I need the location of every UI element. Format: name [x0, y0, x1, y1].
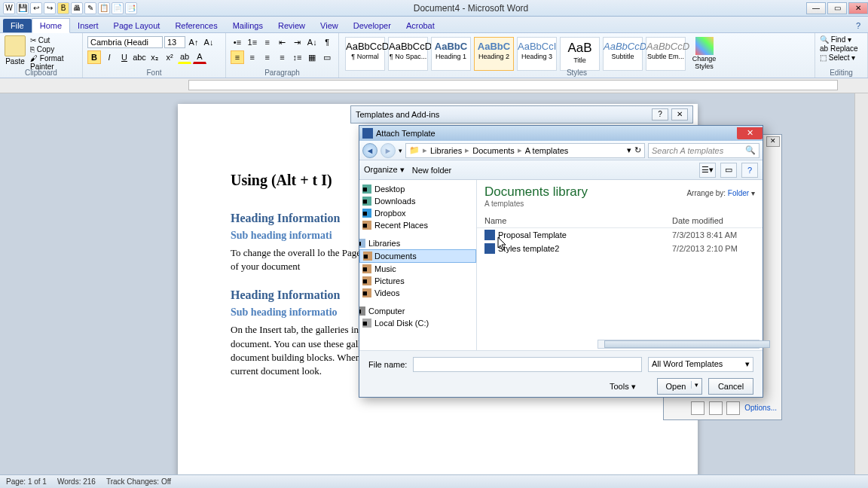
font-size-combo[interactable]: 13: [164, 36, 185, 48]
indent-dec-icon[interactable]: ⇤: [276, 35, 289, 49]
status-page[interactable]: Page: 1 of 1: [6, 477, 47, 486]
find-button[interactable]: 🔍 Find ▾: [820, 35, 863, 44]
style-heading-2[interactable]: AaBbCHeading 2: [474, 37, 514, 71]
organize-button[interactable]: Organize ▾: [364, 165, 405, 175]
strike-button[interactable]: abc: [133, 50, 146, 64]
file-type-combo[interactable]: All Word Templates ▾: [648, 357, 753, 372]
templates-help-button[interactable]: ?: [652, 108, 668, 120]
multilevel-icon[interactable]: ≡: [261, 35, 274, 49]
paste-button[interactable]: Paste: [5, 35, 26, 72]
crumb-atemplates[interactable]: A templates: [525, 146, 568, 155]
tab-acrobat[interactable]: Acrobat: [399, 19, 442, 32]
sort-icon[interactable]: A↓: [305, 35, 319, 49]
options-link[interactable]: Options...: [744, 404, 777, 412]
undo-icon[interactable]: ↩: [30, 2, 42, 14]
style-no-spacing[interactable]: AaBbCcD¶ No Spac...: [388, 37, 428, 71]
refresh-icon[interactable]: ↻: [634, 145, 641, 155]
horizontal-scrollbar[interactable]: [598, 340, 760, 350]
tab-view[interactable]: View: [313, 19, 346, 32]
tree-local-disk[interactable]: ■Local Disk (C:): [359, 317, 476, 329]
indent-inc-icon[interactable]: ⇥: [290, 35, 304, 49]
help-button[interactable]: ?: [741, 163, 758, 178]
shading-icon[interactable]: ▦: [305, 50, 319, 64]
tab-file[interactable]: File: [3, 19, 32, 32]
bullets-icon[interactable]: •≡: [231, 35, 244, 49]
qat-icon-6[interactable]: ✎: [84, 2, 96, 14]
subscript-button[interactable]: x₂: [148, 50, 161, 64]
cut-button[interactable]: ✂ Cut: [30, 36, 78, 44]
borders-icon[interactable]: ▭: [320, 50, 334, 64]
option-icon-1[interactable]: [691, 401, 704, 415]
bold-icon[interactable]: B: [57, 2, 69, 14]
arrange-by[interactable]: Arrange by: Folder ▾: [686, 189, 755, 197]
col-date[interactable]: Date modified: [672, 216, 755, 225]
crumb-dropdown-icon[interactable]: ▾: [627, 145, 631, 155]
breadcrumb[interactable]: 📁 ▸ Libraries ▸ Documents ▸ A templates …: [405, 143, 645, 158]
italic-button[interactable]: I: [102, 50, 116, 64]
view-mode-button[interactable]: ☰▾: [699, 163, 716, 178]
copy-button[interactable]: ⎘ Copy: [30, 45, 78, 53]
show-marks-icon[interactable]: ¶: [320, 35, 334, 49]
style-subtle-em[interactable]: AaBbCcDSubtle Em...: [646, 37, 686, 71]
style-heading-1[interactable]: AaBbCHeading 1: [431, 37, 471, 71]
file-row-1[interactable]: Styles template2 7/2/2013 2:10 PM: [477, 242, 763, 255]
attach-close-button[interactable]: ✕: [737, 127, 763, 139]
help-icon[interactable]: ?: [848, 19, 868, 32]
col-name[interactable]: Name: [484, 216, 672, 225]
line-spacing-icon[interactable]: ↕≡: [290, 50, 304, 64]
templates-close-button[interactable]: ✕: [671, 108, 688, 120]
qat-icon-7[interactable]: 📋: [98, 2, 110, 14]
cancel-button[interactable]: Cancel: [708, 378, 753, 395]
open-button[interactable]: Open: [657, 378, 702, 395]
style-title[interactable]: AaBTitle: [560, 37, 600, 71]
tree-documents[interactable]: ■Documents: [359, 249, 476, 263]
preview-pane-button[interactable]: ▭: [720, 163, 737, 178]
highlight-button[interactable]: ab: [178, 50, 191, 64]
tree-libraries[interactable]: ■Libraries: [359, 237, 476, 249]
style-heading-3[interactable]: AaBbCcIHeading 3: [517, 37, 557, 71]
align-right-icon[interactable]: ≡: [261, 50, 274, 64]
file-row-0[interactable]: Proposal Template 7/3/2013 8:41 AM: [477, 228, 763, 242]
new-folder-button[interactable]: New folder: [412, 166, 452, 175]
option-icon-3[interactable]: [726, 401, 740, 415]
tab-home[interactable]: Home: [32, 18, 70, 33]
tree-music[interactable]: ■Music: [359, 263, 476, 275]
tree-computer[interactable]: ■Computer: [359, 305, 476, 317]
grow-font-icon[interactable]: A↑: [187, 35, 200, 49]
chevron-down-icon[interactable]: ▾: [399, 147, 402, 154]
font-name-combo[interactable]: Cambria (Headi: [87, 36, 163, 48]
tab-mailings[interactable]: Mailings: [225, 19, 270, 32]
search-input[interactable]: Search A templates 🔍: [648, 143, 760, 158]
underline-button[interactable]: U: [118, 50, 131, 64]
tree-desktop[interactable]: ■Desktop: [359, 183, 476, 195]
select-button[interactable]: ⬚ Select ▾: [820, 53, 863, 62]
shrink-font-icon[interactable]: A↓: [202, 35, 215, 49]
bold-button[interactable]: B: [87, 50, 101, 64]
style-normal[interactable]: AaBbCcD¶ Normal: [345, 37, 385, 71]
justify-icon[interactable]: ≡: [276, 50, 289, 64]
vertical-scrollbar[interactable]: [854, 93, 868, 474]
option-icon-2[interactable]: [709, 401, 723, 415]
close-button[interactable]: ✕: [848, 2, 868, 14]
tab-page-layout[interactable]: Page Layout: [106, 19, 168, 32]
style-subtitle[interactable]: AaBbCcDSubtitle: [603, 37, 643, 71]
tree-videos[interactable]: ■Videos: [359, 287, 476, 299]
tab-developer[interactable]: Developer: [346, 19, 399, 32]
change-styles-button[interactable]: Change Styles: [687, 35, 721, 70]
redo-icon[interactable]: ↪: [44, 2, 56, 14]
tab-insert[interactable]: Insert: [70, 19, 106, 32]
status-track[interactable]: Track Changes: Off: [106, 477, 171, 486]
numbering-icon[interactable]: 1≡: [246, 35, 259, 49]
tools-button[interactable]: Tools ▾: [610, 382, 636, 392]
superscript-button[interactable]: x²: [163, 50, 176, 64]
file-name-input[interactable]: [413, 357, 642, 372]
tab-references[interactable]: References: [167, 19, 225, 32]
tree-recent[interactable]: ■Recent Places: [359, 219, 476, 231]
nav-back-button[interactable]: ◄: [362, 143, 377, 158]
options-close-button[interactable]: ✕: [766, 136, 780, 147]
print-icon[interactable]: 🖶: [71, 2, 83, 14]
align-center-icon[interactable]: ≡: [246, 50, 259, 64]
qat-icon-9[interactable]: 📑: [125, 2, 137, 14]
save-icon[interactable]: 💾: [17, 2, 29, 14]
minimize-button[interactable]: —: [806, 2, 826, 14]
